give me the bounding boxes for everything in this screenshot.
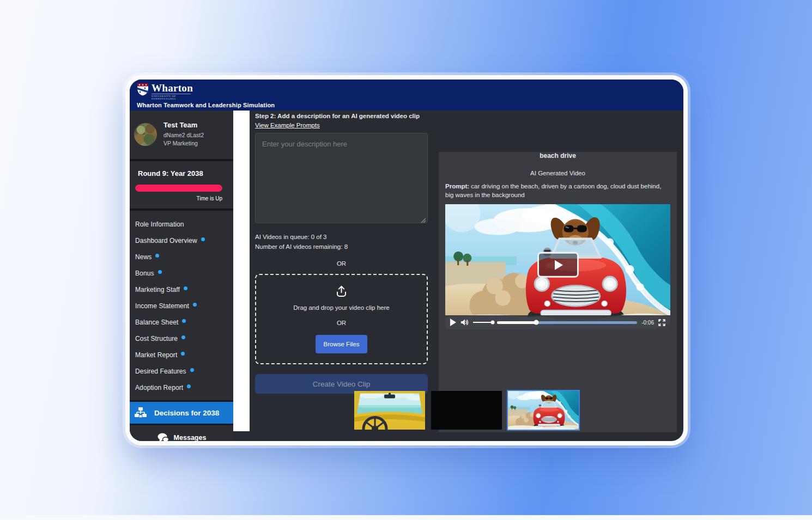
volume-icon[interactable] [460,319,469,326]
notification-dot [155,254,159,258]
sidebar-item-label: Messages [174,434,207,441]
notification-dot [184,286,187,290]
sidebar: Test Team dName2 dLast2 VP Marketing Rou… [130,111,233,441]
round-progress-track [135,185,222,192]
sidebar-menu: Role InformationDashboard OverviewNewsBo… [130,211,233,400]
main-content: Step 2: Add a description for an AI gene… [250,111,683,441]
round-progress-fill [135,185,222,192]
yellow-car-thumb-image [354,391,425,430]
dropzone-text: Drag and drop your video clip here [293,304,389,311]
volume-slider[interactable] [473,322,493,323]
penn-shield-icon [137,83,149,96]
description-wrap [255,133,428,225]
videos-remaining: Number of AI videos remaining: 8 [255,243,428,250]
upload-icon [335,285,348,297]
browse-files-button[interactable]: Browse Files [316,335,368,353]
or-divider: OR [255,260,428,267]
sidebar-item-label: Role Information [135,221,184,228]
video-player[interactable]: -0:06 [445,204,670,329]
notification-dot [187,384,191,388]
seek-knob[interactable] [534,320,539,325]
video-subtitle: AI Generated Video [439,170,677,176]
sidebar-item-label: News [135,253,152,261]
sidebar-item-balance-sheet[interactable]: Balance Sheet [130,314,233,331]
page-bottom-strip [0,515,812,520]
team-block: Test Team dName2 dLast2 VP Marketing [130,111,233,159]
app-header: Wharton University of Pennsylvania Whart… [130,79,683,111]
play-button[interactable] [450,319,456,326]
sidebar-item-label: Balance Sheet [135,319,178,326]
description-input[interactable] [255,133,428,223]
play-overlay-button[interactable] [537,252,579,278]
resize-grip-icon[interactable] [421,218,426,223]
video-prompt: Prompt: car driving on the beach, driven… [445,182,670,199]
body-row: Test Team dName2 dLast2 VP Marketing Rou… [130,111,683,441]
sidebar-item-label: Bonus [135,270,154,277]
video-panel: beach drive AI Generated Video Prompt: c… [439,152,677,432]
sidebar-item-cost-structure[interactable]: Cost Structure [130,331,233,347]
sidebar-item-messages[interactable]: Messages [130,425,233,441]
step-title: Step 2: Add a description for an AI gene… [255,112,428,119]
queue-status: AI Videos in queue: 0 of 3 [255,234,428,240]
player-controls: -0:06 [445,315,670,329]
team-info: Test Team dName2 dLast2 VP Marketing [163,121,204,148]
notification-dot [201,237,205,241]
sidebar-item-decisions[interactable]: Decisions for 2038 [130,400,233,425]
volume-fill [473,322,493,323]
brand-wordmark: Wharton [152,83,193,93]
prompt-label: Prompt: [445,183,469,189]
sidebar-item-marketing-staff[interactable]: Marketing Staff [130,282,233,298]
sidebar-item-bonus[interactable]: Bonus [130,265,233,282]
round-title: Round 9: Year 2038 [138,169,222,178]
simulation-app: Wharton University of Pennsylvania Whart… [130,79,683,441]
content-gap-strip [233,111,250,431]
sidebar-item-label: Cost Structure [135,335,178,342]
app-title: Wharton Teamwork and Leadership Simulati… [137,102,683,108]
sidebar-item-label: Marketing Staff [135,286,180,293]
seek-bar[interactable] [497,321,637,324]
round-block: Round 9: Year 2038 Time is Up [130,161,233,209]
team-member: dName2 dLast2 [163,131,204,139]
video-progress-fill [497,321,536,324]
sidebar-item-label: Decisions for 2038 [154,409,219,417]
thumbnail-black-clip[interactable] [431,391,502,430]
team-role: VP Marketing [163,139,204,148]
sidebar-item-dashboard-overview[interactable]: Dashboard Overview [130,233,233,249]
sidebar-item-label: Adoption Report [135,384,183,391]
play-icon [555,260,563,270]
notification-dot [181,335,185,339]
clip-thumbnails [250,391,683,430]
org-chart-icon [134,406,147,419]
sidebar-item-income-statement[interactable]: Income Statement [130,298,233,314]
sidebar-item-role-information[interactable]: Role Information [130,216,233,233]
beach-drive-thumb-image [508,391,579,430]
sidebar-item-market-report[interactable]: Market Report [130,347,233,363]
notification-dot [182,319,186,323]
notification-dot [158,270,162,274]
video-title: beach drive [439,152,677,160]
round-timer-label: Time is Up [135,195,222,201]
thumbnail-beach-drive[interactable] [508,391,579,430]
notification-dot [190,368,194,372]
view-example-prompts-link[interactable]: View Example Prompts [255,122,320,129]
sidebar-item-label: Market Report [135,351,177,359]
time-remaining: -0:06 [641,320,654,326]
wharton-logo: Wharton University of Pennsylvania [137,83,683,100]
sidebar-item-adoption-report[interactable]: Adoption Report [130,380,233,396]
sidebar-item-label: Income Statement [135,302,189,310]
messages-icon [157,432,169,441]
fullscreen-icon[interactable] [658,319,665,326]
sidebar-item-label: Desired Features [135,368,186,375]
thumbnail-yellow-car[interactable] [354,391,425,430]
app-window: Wharton University of Pennsylvania Whart… [125,75,688,445]
dropzone-or: OR [337,320,346,326]
notification-dot [193,303,197,307]
sidebar-item-label: Dashboard Overview [135,237,197,244]
prompt-text: car driving on the beach, driven by a ca… [445,183,661,198]
sidebar-item-desired-features[interactable]: Desired Features [130,363,233,380]
sidebar-item-news[interactable]: News [130,249,233,265]
video-dropzone[interactable]: Drag and drop your video clip here OR Br… [255,274,428,364]
brand-subtitle: University of Pennsylvania [152,94,191,100]
team-name: Test Team [163,121,204,129]
volume-knob[interactable] [491,321,495,325]
